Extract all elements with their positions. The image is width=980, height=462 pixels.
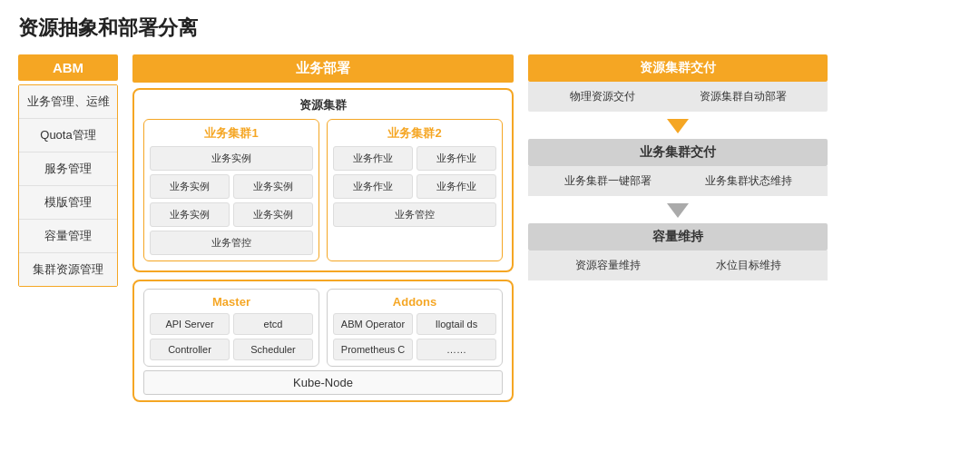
bizbu-header: 业务部署	[132, 54, 514, 83]
abm-item-5: 集群资源管理	[19, 253, 117, 286]
api-server-cell: API Server	[150, 313, 230, 335]
kube-node-label: Kube-Node	[143, 370, 503, 395]
resource-cluster-label: 资源集群	[143, 97, 503, 113]
biz-cluster-delivery-section: 业务集群交付 业务集群一键部署 业务集群状态维持	[528, 139, 828, 196]
abm-item-0: 业务管理、运维	[19, 85, 117, 119]
biz-clusters-row: 业务集群1 业务实例 业务实例 业务实例 业务实例 业务实例	[143, 119, 503, 261]
abm-item-3: 模版管理	[19, 186, 117, 220]
biz-c2-cell-10: 业务作业	[333, 174, 413, 199]
biz-cluster-item-0: 业务集群一键部署	[564, 173, 652, 189]
biz-c1-cell-30: 业务管控	[150, 231, 313, 255]
biz-cluster-1-title: 业务集群1	[150, 125, 313, 142]
biz-c1-row1: 业务实例 业务实例	[150, 174, 313, 199]
capacity-section: 容量维持 资源容量维持 水位目标维持	[528, 223, 828, 280]
right-panel: 资源集群交付 物理资源交付 资源集群自动部署 业务集群交付 业务集群一键部署 业…	[528, 54, 828, 284]
resource-delivery-item-1: 资源集群自动部署	[700, 89, 787, 104]
abm-item-1: Quota管理	[19, 119, 117, 152]
capacity-item-0: 资源容量维持	[575, 258, 641, 273]
biz-cluster-delivery-header: 业务集群交付	[528, 139, 828, 166]
resource-delivery-body: 物理资源交付 资源集群自动部署	[528, 82, 828, 112]
abm-operator-cell: ABM Operator	[333, 313, 413, 335]
gray-arrow-down	[528, 203, 828, 221]
arrow-down-icon	[667, 119, 689, 133]
addons-box: Addons ABM Operator Ilogtail ds Promethe…	[327, 289, 503, 367]
biz-c2-cell-01: 业务作业	[416, 146, 496, 171]
page-title: 资源抽象和部署分离	[18, 15, 962, 42]
resource-delivery-section: 资源集群交付 物理资源交付 资源集群自动部署	[528, 54, 828, 112]
main-layout: ABM 业务管理、运维 Quota管理 服务管理 模版管理 容量管理 集群资源管…	[18, 54, 962, 402]
master-addons-box: Master API Server etcd Controller Schedu…	[132, 280, 514, 402]
orange-arrow-down	[528, 119, 828, 137]
biz-c1-cell-00: 业务实例	[150, 146, 313, 171]
biz-cluster-1: 业务集群1 业务实例 业务实例 业务实例 业务实例 业务实例	[143, 119, 319, 261]
biz-cluster-2: 业务集群2 业务作业 业务作业 业务作业 业务作业 业务管控	[327, 119, 503, 261]
master-addons-row: Master API Server etcd Controller Schedu…	[143, 289, 503, 367]
capacity-header: 容量维持	[528, 223, 828, 251]
biz-c2-cell-20: 业务管控	[333, 202, 496, 227]
biz-c1-row2: 业务实例 业务实例	[150, 202, 313, 227]
center-panel: 业务部署 资源集群 业务集群1 业务实例 业务实例 业务实例	[132, 54, 514, 402]
biz-c1-cell-11: 业务实例	[233, 174, 313, 199]
biz-cluster-2-title: 业务集群2	[333, 125, 496, 142]
abm-item-2: 服务管理	[19, 152, 117, 186]
biz-c2-row1: 业务作业 业务作业	[333, 174, 496, 199]
addons-title: Addons	[333, 295, 496, 309]
biz-cluster-item-1: 业务集群状态维持	[705, 173, 792, 189]
abm-item-4: 容量管理	[19, 220, 117, 253]
resource-delivery-header: 资源集群交付	[528, 54, 828, 82]
ilogtail-cell: Ilogtail ds	[416, 313, 496, 335]
biz-c1-row0: 业务实例	[150, 146, 313, 171]
prometheus-cell: Prometheus C	[333, 339, 413, 360]
biz-c2-row2: 业务管控	[333, 202, 496, 227]
biz-cluster-delivery-body: 业务集群一键部署 业务集群状态维持	[528, 166, 828, 196]
more-cell: ……	[416, 339, 496, 360]
etcd-cell: etcd	[233, 313, 313, 335]
biz-c1-cell-21: 业务实例	[233, 202, 313, 227]
capacity-body: 资源容量维持 水位目标维持	[528, 251, 828, 280]
biz-c2-cell-00: 业务作业	[333, 146, 413, 171]
arrow-gray-icon	[667, 203, 689, 218]
biz-c1-cell-10: 业务实例	[150, 174, 230, 199]
biz-c1-row3: 业务管控	[150, 231, 313, 255]
resource-cluster-box: 资源集群 业务集群1 业务实例 业务实例 业务实例 业务实例	[132, 88, 514, 272]
scheduler-cell: Scheduler	[233, 339, 313, 360]
biz-c1-cell-20: 业务实例	[150, 202, 230, 227]
capacity-item-1: 水位目标维持	[716, 258, 781, 273]
master-title: Master	[150, 295, 313, 309]
controller-cell: Controller	[150, 339, 230, 360]
abm-items: 业务管理、运维 Quota管理 服务管理 模版管理 容量管理 集群资源管理	[18, 84, 118, 287]
abm-panel: ABM 业务管理、运维 Quota管理 服务管理 模版管理 容量管理 集群资源管…	[18, 54, 118, 287]
abm-header: ABM	[18, 54, 118, 81]
master-box: Master API Server etcd Controller Schedu…	[143, 289, 319, 367]
resource-delivery-item-0: 物理资源交付	[570, 89, 635, 104]
biz-c2-row0: 业务作业 业务作业	[333, 146, 496, 171]
addons-grid: ABM Operator Ilogtail ds Prometheus C ……	[333, 313, 496, 360]
biz-c2-cell-11: 业务作业	[416, 174, 496, 199]
master-grid: API Server etcd Controller Scheduler	[150, 313, 313, 360]
